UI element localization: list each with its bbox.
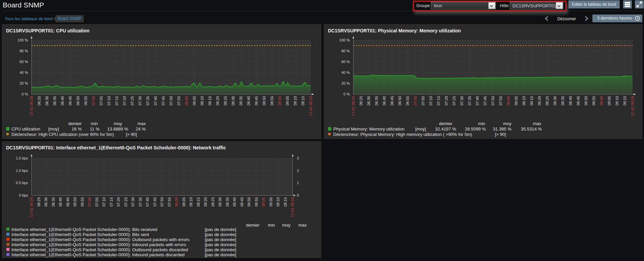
svg-text:20 %: 20 % xyxy=(20,81,28,85)
svg-text:06:40: 06:40 xyxy=(382,96,386,106)
svg-text:07:35: 07:35 xyxy=(468,96,472,106)
svg-text:09:15: 09:15 xyxy=(301,96,305,106)
svg-text:09:00: 09:00 xyxy=(599,96,604,106)
svg-text:07:55: 07:55 xyxy=(177,96,181,106)
svg-text:07:25: 07:25 xyxy=(452,96,456,106)
svg-text:17-01 06:20: 17-01 06:20 xyxy=(29,197,33,217)
svg-text:08:50: 08:50 xyxy=(262,96,266,106)
svg-text:60 %: 60 % xyxy=(20,60,28,64)
svg-text:07:45: 07:45 xyxy=(483,96,487,106)
svg-text:07:15: 07:15 xyxy=(437,96,441,106)
svg-text:07:05: 07:05 xyxy=(421,96,425,106)
svg-text:06:50: 06:50 xyxy=(76,96,80,106)
svg-text:06:45: 06:45 xyxy=(66,197,70,207)
svg-text:80 %: 80 % xyxy=(20,49,28,53)
svg-text:0 %: 0 % xyxy=(343,92,350,96)
svg-text:08:20: 08:20 xyxy=(203,197,207,207)
svg-text:07:00: 07:00 xyxy=(413,96,417,106)
svg-text:17-01 09:20: 17-01 09:20 xyxy=(290,197,295,217)
svg-text:0 %: 0 % xyxy=(22,92,28,96)
svg-text:08:25: 08:25 xyxy=(223,96,227,106)
svg-text:17-01 09:20: 17-01 09:20 xyxy=(309,96,313,116)
svg-text:40 %: 40 % xyxy=(20,70,28,75)
svg-text:08:55: 08:55 xyxy=(592,96,596,106)
svg-text:06:35: 06:35 xyxy=(53,96,57,106)
svg-text:07:45: 07:45 xyxy=(161,96,165,106)
svg-text:07:15: 07:15 xyxy=(109,197,113,207)
svg-text:08:25: 08:25 xyxy=(545,96,549,106)
svg-text:07:15: 07:15 xyxy=(115,96,119,106)
svg-text:08:05: 08:05 xyxy=(514,96,518,106)
svg-text:0: 0 xyxy=(297,193,299,197)
svg-text:09:00: 09:00 xyxy=(261,197,265,207)
svg-text:08:25: 08:25 xyxy=(211,197,215,207)
svg-text:06:40: 06:40 xyxy=(58,197,62,207)
svg-text:07:30: 07:30 xyxy=(131,197,135,207)
svg-text:06:35: 06:35 xyxy=(51,197,55,207)
svg-text:07:45: 07:45 xyxy=(153,197,157,207)
svg-text:07:50: 07:50 xyxy=(491,96,495,106)
svg-text:08:10: 08:10 xyxy=(189,197,193,207)
svg-text:06:30: 06:30 xyxy=(44,197,48,207)
svg-text:07:05: 07:05 xyxy=(95,197,99,207)
svg-text:06:55: 06:55 xyxy=(80,197,84,207)
svg-text:09:10: 09:10 xyxy=(293,96,297,106)
svg-text:08:05: 08:05 xyxy=(182,197,186,207)
svg-text:1: 1 xyxy=(297,181,299,185)
svg-text:09:05: 09:05 xyxy=(269,197,273,207)
svg-text:08:40: 08:40 xyxy=(568,96,572,106)
svg-text:3: 3 xyxy=(297,156,299,160)
svg-text:40 %: 40 % xyxy=(341,70,350,75)
svg-text:08:35: 08:35 xyxy=(225,197,229,207)
svg-text:08:45: 08:45 xyxy=(254,96,258,106)
svg-text:09:10: 09:10 xyxy=(615,96,619,106)
svg-text:07:10: 07:10 xyxy=(107,96,111,106)
svg-text:08:50: 08:50 xyxy=(247,197,251,207)
svg-text:06:45: 06:45 xyxy=(68,96,72,106)
svg-text:09:05: 09:05 xyxy=(607,96,611,106)
svg-text:07:20: 07:20 xyxy=(122,96,127,106)
svg-text:07:10: 07:10 xyxy=(429,96,433,106)
svg-text:09:05: 09:05 xyxy=(285,96,289,106)
svg-text:06:35: 06:35 xyxy=(374,96,379,106)
svg-text:08:45: 08:45 xyxy=(576,96,580,106)
svg-text:08:55: 08:55 xyxy=(254,197,258,207)
svg-text:08:45: 08:45 xyxy=(240,197,244,207)
svg-text:06:55: 06:55 xyxy=(405,96,410,106)
svg-text:0.5 bps: 0.5 bps xyxy=(16,181,28,185)
svg-text:07:35: 07:35 xyxy=(138,197,142,207)
svg-text:06:25: 06:25 xyxy=(359,96,363,106)
svg-text:08:55: 08:55 xyxy=(270,96,274,106)
svg-text:07:30: 07:30 xyxy=(138,96,142,106)
svg-text:07:25: 07:25 xyxy=(130,96,134,106)
svg-text:07:35: 07:35 xyxy=(146,96,150,106)
svg-text:17-01 06:20: 17-01 06:20 xyxy=(351,96,355,116)
svg-text:60 %: 60 % xyxy=(341,60,350,64)
svg-text:20 %: 20 % xyxy=(341,81,350,85)
svg-text:06:25: 06:25 xyxy=(37,96,41,106)
svg-text:08:15: 08:15 xyxy=(530,96,534,106)
svg-text:09:15: 09:15 xyxy=(283,197,287,207)
svg-text:08:00: 08:00 xyxy=(506,96,510,106)
svg-text:09:15: 09:15 xyxy=(623,96,627,106)
svg-text:06:30: 06:30 xyxy=(45,96,49,106)
svg-text:08:35: 08:35 xyxy=(239,96,243,106)
svg-text:100 %: 100 % xyxy=(339,38,350,42)
svg-text:07:40: 07:40 xyxy=(145,197,149,207)
svg-text:08:00: 08:00 xyxy=(185,96,189,106)
svg-text:07:55: 07:55 xyxy=(167,197,171,207)
svg-text:08:15: 08:15 xyxy=(208,96,212,106)
svg-text:08:30: 08:30 xyxy=(553,96,557,106)
svg-text:17-01 09:20: 17-01 09:20 xyxy=(631,96,635,116)
svg-text:07:05: 07:05 xyxy=(99,96,103,106)
svg-text:06:40: 06:40 xyxy=(60,96,64,106)
svg-text:07:20: 07:20 xyxy=(444,96,448,106)
svg-text:06:30: 06:30 xyxy=(367,96,371,106)
svg-text:08:10: 08:10 xyxy=(522,96,526,106)
svg-text:07:25: 07:25 xyxy=(124,197,128,207)
svg-text:07:55: 07:55 xyxy=(499,96,503,106)
svg-text:17-01 06:20: 17-01 06:20 xyxy=(29,96,33,116)
svg-text:1.0 bps: 1.0 bps xyxy=(16,169,28,173)
svg-text:07:20: 07:20 xyxy=(116,197,120,207)
svg-text:08:20: 08:20 xyxy=(216,96,220,106)
